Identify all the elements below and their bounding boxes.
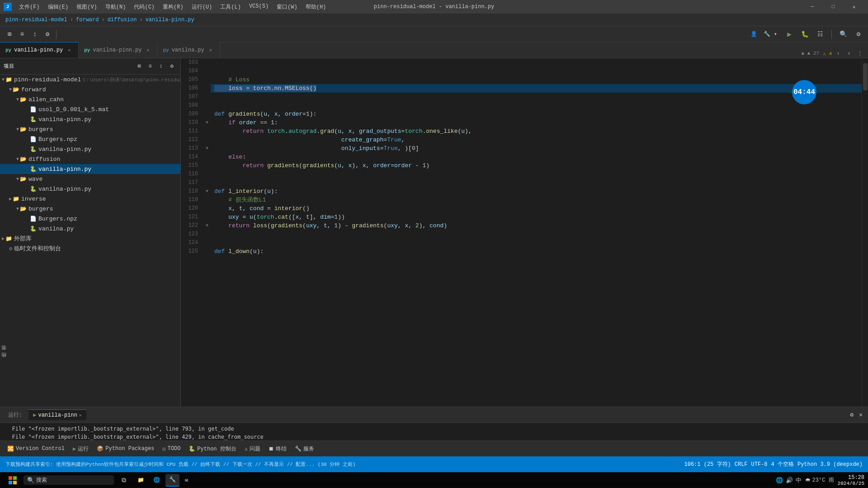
options-btn[interactable]: ⋮ <box>855 49 864 58</box>
bc-project[interactable]: pinn-residual-model <box>5 17 67 23</box>
status-indent[interactable]: 4 个空格 <box>771 460 794 468</box>
coverage-button[interactable]: ☷ <box>814 29 826 40</box>
status-position[interactable]: 106:1 (25 字符) <box>684 460 731 468</box>
status-charset[interactable]: UTF-8 <box>751 460 768 468</box>
toolbar-btn-2[interactable]: ≡ <box>16 29 28 40</box>
clock-date: 2024/6/25 <box>838 481 864 486</box>
bottom-tab-stop[interactable]: ⏹ 终结 <box>265 443 290 455</box>
tree-vanilna-burgers[interactable]: 🐍 vanilna-pinn.py <box>0 144 180 154</box>
status-crlf[interactable]: CRLF <box>735 460 748 468</box>
tree-allen-cahn[interactable]: ▼ 📂 allen_cahn <box>0 94 180 104</box>
menu-window[interactable]: 窗口(W) <box>273 2 301 12</box>
taskbar-pycharm[interactable]: 🔧 <box>165 474 179 487</box>
tree-inverse[interactable]: ▶ 📁 inverse <box>0 194 180 204</box>
bottom-tab-issues[interactable]: ⚠ 问题 <box>241 443 264 455</box>
tree-external[interactable]: ▶ 📁 外部库 <box>0 234 180 244</box>
toolbar-btn-4[interactable]: ⚙ <box>42 29 53 40</box>
tree-inv-npz[interactable]: 📄 Burgers.npz <box>0 214 180 224</box>
sidebar-btn-2[interactable]: ≡ <box>145 61 155 71</box>
tab-vanilna[interactable]: py vanilna.py ✕ <box>157 42 220 58</box>
run-button[interactable]: ▶ <box>783 29 795 40</box>
toolbar-btn-1[interactable]: ⊞ <box>4 29 15 40</box>
start-button[interactable] <box>4 474 22 487</box>
tree-vanilna-pinn-allen[interactable]: 🐍 vanilna-pinn.py <box>0 114 180 124</box>
menu-view[interactable]: 视图(V) <box>73 2 101 12</box>
maximize-button[interactable]: □ <box>823 0 844 14</box>
tree-mat-file[interactable]: 📄 usol_D_0.001_k_5.mat <box>0 104 180 114</box>
tab-vanilla-pinn[interactable]: py vanilla-pinn.py ✕ <box>0 42 79 58</box>
allen-cahn-icon: 📂 <box>20 96 27 103</box>
minimize-button[interactable]: ─ <box>802 0 823 14</box>
tree-burgers-npz[interactable]: 📄 Burgers.npz <box>0 134 180 144</box>
tree-wave-pinn[interactable]: 🐍 vanilna-pinn.py <box>0 184 180 194</box>
tree-forward[interactable]: ▼ 📂 forward <box>0 84 180 94</box>
bottom-tab-todo[interactable]: ☑ TODO <box>159 444 184 454</box>
search-button[interactable]: 🔍 <box>837 29 849 40</box>
line-123: 123 <box>181 230 862 239</box>
bottom-tab-console[interactable]: 🐍 Python 控制台 <box>185 443 240 455</box>
py-file-icon-3: py <box>163 47 169 53</box>
titlebar: J 文件(F) 编辑(E) 视图(V) 导航(N) 代码(C) 重构(R) 运行… <box>0 0 868 14</box>
menu-run[interactable]: 运行(U) <box>188 2 216 12</box>
os-taskbar: 🔍 搜索 ⧉ 📁 🌐 🔧 ✉ 🌐 🔊 中 🌧 23°C 雨 15:28 2024… <box>0 472 868 488</box>
taskview-button[interactable]: ⧉ <box>116 474 132 487</box>
menu-refactor[interactable]: 重构(R) <box>159 2 187 12</box>
sidebar-btn-settings[interactable]: ⚙ <box>167 61 177 71</box>
sidebar-btn-1[interactable]: ⊞ <box>134 61 144 71</box>
collapse-btn[interactable]: ⬇ <box>844 49 854 58</box>
menu-file[interactable]: 文件(F) <box>15 2 43 12</box>
tab-vanilna-pinn[interactable]: py vanilna-pinn.py ✕ <box>79 42 157 58</box>
menu-help[interactable]: 帮助(H) <box>302 2 330 12</box>
settings-button[interactable]: ⚙ <box>853 29 864 40</box>
tree-burgers[interactable]: ▼ 📂 burgers <box>0 124 180 134</box>
scrollbar-minimap[interactable] <box>862 58 868 407</box>
bc-diffusion[interactable]: diffusion <box>108 17 137 23</box>
line-114: 114 else: <box>181 153 862 161</box>
run-config-dropdown[interactable]: 🔧 ▾ <box>761 30 780 38</box>
menu-nav[interactable]: 导航(N) <box>102 2 130 12</box>
line-115: 115 return gradients(gradients(u, x), x,… <box>181 161 862 170</box>
tree-wave[interactable]: ▼ 📂 wave <box>0 174 180 184</box>
bottom-tab-packages[interactable]: 📦 Python Packages <box>93 444 158 454</box>
toolbar-btn-3[interactable]: ↕ <box>29 29 41 40</box>
gear-icon: ⚙ <box>9 245 12 252</box>
bottom-tab-vcs[interactable]: 🔀 Version Control <box>4 444 68 454</box>
debug-button[interactable]: 🐛 <box>799 29 811 40</box>
terminal-close-btn[interactable]: ✕ <box>79 413 82 418</box>
bottom-tab-run[interactable]: ▶ 运行 <box>69 443 92 455</box>
tab-close-3[interactable]: ✕ <box>207 47 214 54</box>
npz-icon: 📄 <box>30 136 37 143</box>
menu-vcs[interactable]: VCS(S) <box>245 2 272 12</box>
tree-temp[interactable]: ⚙ 临时文件和控制台 <box>0 244 180 253</box>
tab-close-1[interactable]: ✕ <box>66 47 73 54</box>
bc-file[interactable]: vanilla-pinn.py <box>146 17 194 23</box>
bc-forward[interactable]: forward <box>76 17 99 23</box>
tab-close-2[interactable]: ✕ <box>144 47 151 54</box>
taskbar-explorer[interactable]: 📁 <box>134 474 148 487</box>
taskbar-edge[interactable]: 🌐 <box>150 474 164 487</box>
menu-tools[interactable]: 工具(L) <box>217 2 245 12</box>
tree-root[interactable]: ▼ 📁 pinn-residual-model C:\Users\孙涛\Desk… <box>0 75 180 84</box>
line-106[interactable]: 106 loss = torch.nn.MSELoss() <box>181 84 862 93</box>
tree-diffusion[interactable]: ▼ 📂 diffusion <box>0 154 180 164</box>
terminal-settings-btn[interactable]: ⚙ <box>848 410 855 419</box>
terminal-close-panel-btn[interactable]: ✕ <box>857 410 864 419</box>
taskbar-mail[interactable]: ✉ <box>181 474 192 487</box>
tree-vanilla-pinn-selected[interactable]: 🐍 vanilla-pinn.py <box>0 164 180 174</box>
left-tab-bookmarks[interactable]: 书签 <box>0 351 10 358</box>
status-message[interactable]: 下载预构建共享索引: 使用预构建的Python软件包共享索引减少时间和 CPU … <box>5 461 355 468</box>
expand-btn[interactable]: ⬆ <box>834 49 843 58</box>
close-button[interactable]: ✕ <box>844 0 864 14</box>
scrollbar-thumb[interactable] <box>863 63 868 90</box>
status-python[interactable]: Python 3.9 (deepxde) <box>797 460 863 468</box>
menu-edit[interactable]: 编辑(E) <box>44 2 72 12</box>
sidebar-btn-3[interactable]: ↕ <box>156 61 166 71</box>
search-bar[interactable]: 🔍 搜索 <box>24 475 114 485</box>
tree-inv-burgers[interactable]: ▼ 📂 burgers <box>0 204 180 214</box>
menu-code[interactable]: 代码(C) <box>130 2 158 12</box>
left-tab-structure[interactable]: 结构 <box>0 358 10 365</box>
tree-inv-vanilna[interactable]: 🐍 vanilna.py <box>0 224 180 234</box>
terminal-run-tab[interactable]: ▶ vanilla-pinn ✕ <box>28 409 86 420</box>
folder-icon: 📁 <box>5 76 12 83</box>
bottom-tab-service[interactable]: 🔧 服务 <box>291 443 318 455</box>
